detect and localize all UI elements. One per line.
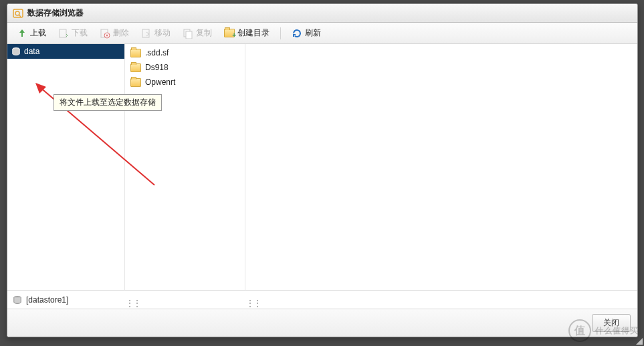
statusbar: [datastore1]	[7, 290, 637, 309]
toolbar-separator	[280, 27, 281, 39]
splitter-handle[interactable]	[245, 298, 253, 306]
move-icon	[141, 28, 152, 39]
folder-icon	[130, 77, 141, 88]
move-label: 移动	[154, 27, 171, 39]
tree-pane[interactable]: data	[7, 44, 125, 290]
svg-rect-10	[186, 31, 192, 39]
copy-button[interactable]: 复制	[177, 25, 217, 41]
datastore-browser-window: 数据存储浏览器 上载 下载 删除 移动	[7, 3, 638, 337]
folder-icon	[130, 47, 141, 58]
datastore-browser-icon	[13, 8, 23, 19]
download-button[interactable]: 下载	[53, 25, 93, 41]
list-item[interactable]: .sdd.sf	[125, 45, 245, 60]
tree-item-label: data	[24, 47, 39, 56]
datastore-icon	[13, 295, 22, 305]
titlebar[interactable]: 数据存储浏览器	[7, 4, 637, 23]
watermark-badge: 值	[568, 319, 591, 342]
watermark: 值 什么值得买	[568, 319, 639, 342]
refresh-label: 刷新	[305, 27, 321, 39]
upload-button[interactable]: 上载	[11, 25, 51, 41]
window-title: 数据存储浏览器	[27, 7, 84, 19]
watermark-text: 什么值得买	[595, 325, 639, 337]
mkdir-button[interactable]: 创建目录	[219, 25, 275, 41]
svg-rect-0	[13, 9, 23, 17]
toolbar: 上载 下载 删除 移动 复制 创建目录	[7, 23, 637, 44]
copy-icon	[183, 28, 193, 39]
filename: .sdd.sf	[145, 48, 169, 57]
svg-rect-3	[60, 29, 66, 37]
list-item[interactable]: Ds918	[125, 60, 245, 75]
refresh-button[interactable]: 刷新	[286, 25, 326, 41]
upload-icon	[17, 28, 27, 39]
mkdir-label: 创建目录	[237, 27, 270, 39]
filename: Opwenrt	[145, 77, 175, 87]
body: data .sdd.sf Ds918 Opwenrt 将文件上载至选定数据存储	[7, 44, 637, 290]
new-folder-icon	[224, 28, 235, 39]
detail-pane[interactable]	[245, 44, 637, 290]
svg-line-2	[19, 15, 21, 17]
splitter-handle[interactable]	[125, 298, 133, 306]
tree-item-datastore1[interactable]: data	[7, 44, 124, 59]
upload-tooltip: 将文件上载至选定数据存储	[53, 94, 162, 111]
delete-label: 删除	[113, 27, 129, 39]
copy-label: 复制	[196, 27, 212, 39]
upload-label: 上载	[30, 27, 46, 39]
download-icon	[58, 28, 69, 39]
refresh-icon	[292, 28, 302, 39]
footer: 关闭	[7, 309, 637, 337]
delete-icon	[100, 28, 110, 39]
datastore-icon	[11, 47, 21, 56]
list-item[interactable]: Opwenrt	[125, 75, 245, 90]
download-label: 下载	[72, 27, 88, 39]
filename: Ds918	[145, 63, 169, 72]
folder-icon	[130, 62, 141, 73]
status-path: [datastore1]	[26, 295, 68, 305]
move-button[interactable]: 移动	[136, 25, 176, 41]
file-list-pane[interactable]: .sdd.sf Ds918 Opwenrt	[125, 44, 245, 290]
delete-button[interactable]: 删除	[94, 25, 134, 41]
